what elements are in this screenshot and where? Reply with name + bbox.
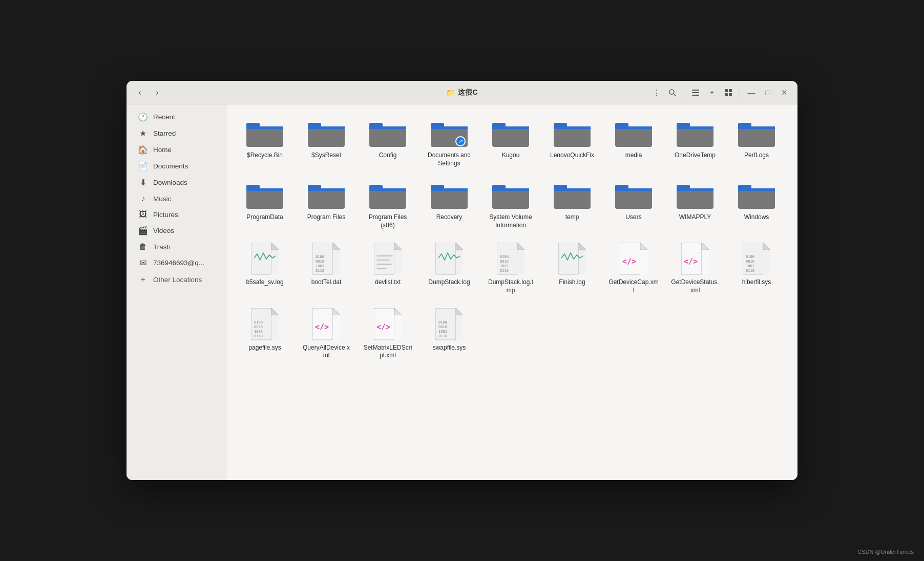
svg-text:0110: 0110 <box>438 334 447 338</box>
svg-rect-46 <box>431 188 468 209</box>
svg-rect-78 <box>394 250 402 274</box>
main-area: 🕐 Recent ★ Starred 🏠 Home 📄 Documents ⬇ … <box>127 104 797 480</box>
svg-rect-90 <box>517 250 524 274</box>
svg-text:0010: 0010 <box>500 260 509 264</box>
svg-rect-58 <box>677 188 713 209</box>
videos-icon: 🎬 <box>138 226 148 235</box>
file-item-media[interactable]: media <box>605 115 662 171</box>
svg-rect-10 <box>246 126 283 147</box>
close-button[interactable]: ✕ <box>777 85 791 100</box>
svg-rect-70 <box>333 250 340 274</box>
back-button[interactable]: ‹ <box>133 85 147 100</box>
file-item-dumpstack-log[interactable]: DumpStack.log <box>421 239 477 298</box>
maximize-button[interactable]: □ <box>761 85 775 100</box>
file-label-queryalldevice-xml: QueryAllDevice.xml <box>301 344 351 360</box>
svg-rect-52 <box>554 188 591 209</box>
file-item-devlist-txt[interactable]: devlist.txt <box>360 239 416 298</box>
sidebar-item-documents[interactable]: 📄 Documents <box>130 158 223 174</box>
file-label-users: Users <box>625 213 641 222</box>
file-item-config[interactable]: Config <box>360 115 416 171</box>
svg-text:0100: 0100 <box>746 255 754 259</box>
file-item-getdevicestatus-xml[interactable]: </> GetDeviceStatus.xml <box>667 239 723 298</box>
file-item-windows[interactable]: Windows <box>728 177 785 233</box>
svg-rect-32 <box>677 126 713 129</box>
file-item-program-files[interactable]: Program Files <box>298 177 354 233</box>
file-item-onedrivemp[interactable]: OneDriveTemp <box>667 115 723 171</box>
file-label-kugou: Kugou <box>502 152 520 160</box>
file-label-program-files-x86: Program Files (x86) <box>363 213 413 229</box>
file-item-kugou[interactable]: Kugou <box>482 115 539 171</box>
svg-rect-56 <box>615 188 652 191</box>
svg-rect-43 <box>369 188 406 209</box>
sidebar-item-downloads[interactable]: ⬇ Downloads <box>130 175 223 190</box>
file-label-documents-settings: Documents and Settings <box>424 152 474 167</box>
svg-rect-138 <box>456 315 463 340</box>
file-item-perflogs[interactable]: PerfLogs <box>728 115 785 171</box>
sidebar-item-pictures[interactable]: 🖼 Pictures <box>130 207 223 222</box>
file-label-dumpstack-tmp: DumpStack.log.tmp <box>486 278 536 294</box>
file-item-pagefile-sys[interactable]: 0100 0010 1001 0110 pagefile.sys <box>237 304 293 364</box>
file-label-system-volume: System Volume Information <box>486 213 536 229</box>
view-options-button[interactable] <box>705 85 719 100</box>
separator2 <box>740 88 740 97</box>
view-grid-button[interactable] <box>721 85 736 100</box>
file-item-documents-settings[interactable]: ↗Documents and Settings <box>421 115 477 171</box>
file-item-queryalldevice-xml[interactable]: </> QueryAllDevice.xml <box>298 304 354 364</box>
file-item-setmatrix-xml[interactable]: </> SetMatrixLEDScript.xml <box>360 304 416 364</box>
svg-rect-11 <box>246 126 283 129</box>
sidebar-item-other-locations[interactable]: ＋ Other Locations <box>130 271 223 288</box>
file-item-swapfile-sys[interactable]: 0100 0010 1001 0110 swapfile.sys <box>421 304 477 364</box>
sidebar-item-starred[interactable]: ★ Starred <box>130 125 223 141</box>
svg-rect-112 <box>763 250 770 274</box>
svg-rect-4 <box>692 95 699 96</box>
svg-text:0010: 0010 <box>254 325 263 329</box>
svg-text:1001: 1001 <box>500 264 509 268</box>
starred-icon: ★ <box>138 128 148 138</box>
sidebar-item-home[interactable]: 🏠 Home <box>130 142 223 158</box>
sidebar-item-videos[interactable]: 🎬 Videos <box>130 223 223 239</box>
sidebar-item-music[interactable]: ♪ Music <box>130 191 223 206</box>
file-item-temp[interactable]: temp <box>544 177 600 233</box>
file-item-getdevicecap-xml[interactable]: </> GetDeviceCap.xml <box>605 239 662 298</box>
file-item-users[interactable]: Users <box>605 177 662 233</box>
file-item-lenovoquickfix[interactable]: LenovoQuickFix <box>544 115 600 171</box>
forward-button[interactable]: › <box>150 85 164 100</box>
svg-rect-26 <box>554 126 591 129</box>
sidebar-item-email[interactable]: ✉ 736946693@q... <box>130 255 223 271</box>
file-item-sysreset[interactable]: $SysReset <box>298 115 354 171</box>
file-item-hiberfil-sys[interactable]: 0100 0010 1001 0110 hiberfil.sys <box>728 239 785 298</box>
file-item-dumpstack-tmp[interactable]: 0100 0010 1001 0110 DumpStack.log.tmp <box>482 239 539 298</box>
svg-text:0100: 0100 <box>500 255 509 259</box>
file-item-wimapply[interactable]: WIMAPPLY <box>667 177 723 233</box>
minimize-button[interactable]: — <box>744 85 759 100</box>
view-list-button[interactable] <box>688 85 703 100</box>
svg-rect-120 <box>271 315 279 340</box>
svg-rect-44 <box>369 188 406 191</box>
file-item-program-files-x86[interactable]: Program Files (x86) <box>360 177 416 233</box>
svg-rect-40 <box>308 188 345 209</box>
music-icon: ♪ <box>138 194 148 203</box>
sidebar-item-trash[interactable]: 🗑 Trash <box>130 239 223 254</box>
svg-rect-5 <box>725 89 728 92</box>
recent-icon: 🕐 <box>138 112 148 122</box>
file-item-finish-log[interactable]: Finish.log <box>544 239 600 298</box>
file-item-boottel-dat[interactable]: 0100 0010 1001 0110 bootTel.dat <box>298 239 354 298</box>
file-item-recycle-bin[interactable]: $Recycle.Bin <box>237 115 293 171</box>
menu-button[interactable]: ⋮ <box>649 85 663 100</box>
svg-rect-61 <box>738 188 775 209</box>
file-item-recovery[interactable]: Recovery <box>421 177 477 233</box>
svg-rect-96 <box>579 250 586 274</box>
add-icon: ＋ <box>138 274 148 285</box>
svg-rect-20 <box>431 126 468 129</box>
file-item-b5safe-log[interactable]: b5safe_sv.log <box>237 239 293 298</box>
nav-buttons: ‹ › <box>133 85 164 100</box>
svg-rect-8 <box>729 93 732 96</box>
title-icon: 📁 <box>446 89 455 97</box>
svg-rect-28 <box>615 126 652 147</box>
search-button[interactable] <box>665 85 680 100</box>
svg-text:1001: 1001 <box>746 264 754 268</box>
sidebar-item-recent[interactable]: 🕐 Recent <box>130 109 223 125</box>
file-item-programdata[interactable]: ProgramData <box>237 177 293 233</box>
file-item-system-volume[interactable]: System Volume Information <box>482 177 539 233</box>
file-label-hiberfil-sys: hiberfil.sys <box>742 278 771 287</box>
